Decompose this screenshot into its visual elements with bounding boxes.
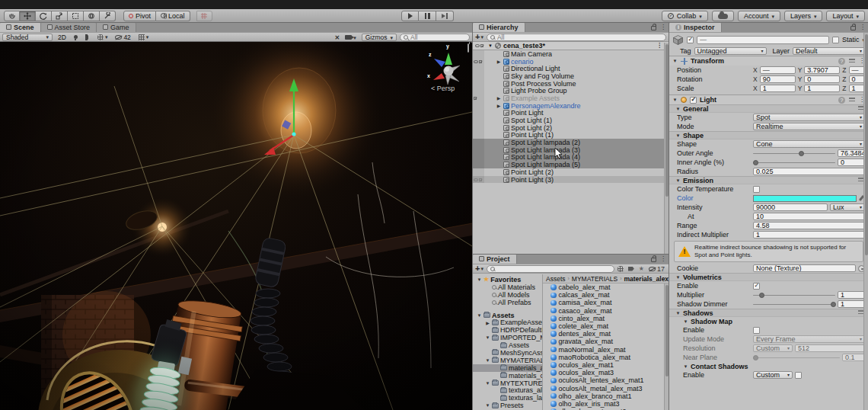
visibility-gutter[interactable] [473,72,484,80]
visibility-gutter[interactable] [473,124,484,132]
material-asset-item[interactable]: oculos_alex_mat1 [543,361,669,369]
contact-enable-checkbox[interactable] [795,372,802,379]
expand-arrow[interactable]: ▶ [485,320,490,325]
outer-angle-slider[interactable] [753,149,835,157]
expand-arrow[interactable]: ▼ [485,335,490,340]
outer-angle-field[interactable]: 76.3484 [838,149,865,157]
update-mode-dropdown[interactable]: Every Frame▾ [753,335,865,343]
visibility-gutter[interactable] [473,168,484,176]
visibility-gutter[interactable] [473,161,484,168]
volumetrics-enable-checkbox[interactable] [753,283,760,290]
hand-tool-button[interactable] [4,11,20,21]
folder-tree-item[interactable]: All Prefabs [473,299,542,306]
gizmos-dropdown[interactable]: Gizmos▾ [362,34,397,41]
visibility-gutter[interactable] [473,139,484,146]
visibility-gutter[interactable] [473,94,484,102]
scene-header-row[interactable]: ▼ cena_teste3* ⋮ [473,42,669,50]
material-asset-item[interactable]: camisa_alex_mat [543,299,669,306]
light-type-dropdown[interactable]: Spot▾ [753,114,865,121]
hierarchy-item[interactable]: Main Camera [473,50,669,58]
kebab-menu-icon[interactable]: ⋮ [656,43,662,49]
rotation-y-field[interactable]: 0 [804,75,840,83]
inner-angle-field[interactable]: 0 [838,159,865,166]
shadow-dimmer-field[interactable]: 1 [838,300,865,308]
hierarchy-item[interactable]: Point Light [473,110,669,117]
resolution-field[interactable]: 512 [795,344,865,352]
tab-inspector[interactable]: iInspector [669,23,722,32]
multiplier-field[interactable]: 1 [838,291,865,299]
active-checkbox[interactable] [687,37,694,43]
hierarchy-item[interactable]: ▶ PersonagemAlexandre [473,102,669,110]
pick-icon[interactable] [474,97,477,100]
favorites-filter-icon[interactable]: ★ [639,266,644,272]
visibility-gutter[interactable] [473,50,484,58]
folder-tree-item[interactable]: ▼ Presets [473,402,542,409]
hierarchy-item[interactable]: Spot Light (1) [473,117,669,124]
tools-icon[interactable]: ✕ [334,34,340,41]
near-plane-field[interactable]: 0.1 [842,354,865,361]
scale-y-field[interactable]: 1 [804,85,840,92]
create-button[interactable]: +▾ [475,33,483,41]
pick-icon[interactable] [479,178,482,181]
material-asset-item[interactable]: oculosAlt_metal_alex_mat3 [543,384,669,392]
scene-search[interactable] [400,34,470,41]
hidden-objects-toggle[interactable]: 42 [113,34,132,41]
material-asset-item[interactable]: maoNormal_alex_mat [543,346,669,354]
folder-tree-item[interactable]: All Materials [473,283,542,291]
material-asset-item[interactable]: colete_alex_mat [543,322,669,330]
axis-x-label[interactable]: x [427,73,430,78]
custom-tool-button[interactable] [100,11,116,21]
folder-tree-item[interactable]: Assets [473,341,542,349]
hierarchy-item[interactable]: Directional Light [473,65,669,72]
contact-shadows-subsection-header[interactable]: ▼Contact Shadows [669,362,868,370]
breadcrumb-assets[interactable]: Assets [546,275,566,283]
volumetrics-section-header[interactable]: ▼Volumetrics [669,273,868,281]
light-mode-dropdown[interactable]: Realtime▾ [753,123,865,130]
lock-icon[interactable] [651,26,656,30]
cloud-button[interactable] [712,11,734,21]
material-asset-item[interactable]: cinto_alex_mat [543,315,669,322]
folder-tree-item[interactable]: ▼ MYTEXTURES [473,380,542,387]
hierarchy-scrollbar[interactable] [664,43,669,254]
expand-arrow[interactable]: ▼ [477,313,482,318]
material-asset-item[interactable]: dentes_alex_mat [543,330,669,338]
expand-arrow[interactable]: ▼ [485,381,490,386]
inner-angle-slider[interactable] [753,159,835,166]
visibility-gutter[interactable] [473,87,484,94]
label-filter-icon[interactable] [628,267,634,271]
tab-project[interactable]: Project [473,255,517,264]
grid-visibility-dropdown[interactable]: ▾ [136,34,152,41]
expand-arrow[interactable]: ▼ [485,358,490,363]
scene-lock-icon[interactable] [468,44,469,52]
hierarchy-item[interactable]: Post Process Volume [473,80,669,88]
folder-tree-item[interactable]: materials_alex [473,364,542,372]
package-filter-icon[interactable] [617,266,624,272]
local-toggle-button[interactable]: Local [156,11,190,21]
expand-arrow[interactable]: ▶ [496,59,502,64]
emission-section-header[interactable]: ▼Emission [669,176,868,184]
visibility-gutter[interactable] [473,146,484,154]
visibility-gutter[interactable] [473,132,484,139]
kebab-menu-icon[interactable]: ⋮ [860,24,866,30]
scale-tool-button[interactable] [52,11,68,21]
perspective-toggle[interactable]: < Persp [431,85,455,92]
transform-tool-button[interactable] [84,11,100,21]
camera-dropdown[interactable]: ▾ [343,34,359,41]
indirect-multiplier-field[interactable]: 1 [753,231,865,239]
shape-section-header[interactable]: ▼Shape [669,131,868,139]
eye-icon[interactable] [474,60,478,63]
view-tab[interactable]: Asset Store [41,23,97,32]
radius-field[interactable]: 0.025 [753,168,865,175]
move-tool-button[interactable] [20,11,36,21]
visibility-gutter[interactable] [473,154,484,162]
help-icon[interactable]: ? [838,97,845,104]
scene-search-input[interactable] [410,34,466,41]
material-asset-item[interactable]: casaco_alex_mat [543,307,669,315]
axis-z-label[interactable]: z [429,52,432,57]
folder-tree-item[interactable]: All Models [473,291,542,299]
material-asset-item[interactable]: oculosAlt_lentes_alex_mat1 [543,376,669,384]
rotation-x-field[interactable]: 90 [760,75,796,83]
hierarchy-item[interactable]: Spot Light lampada (3) [473,146,669,154]
folder-tree-item[interactable]: texturas_labora [473,394,542,402]
light-component-header[interactable]: ▼ Light ?⋮ [669,94,868,104]
